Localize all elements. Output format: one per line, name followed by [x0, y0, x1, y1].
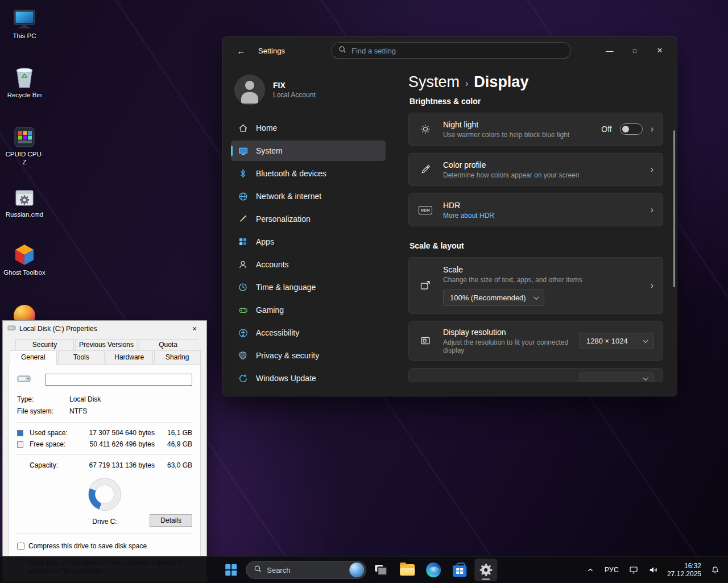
taskbar-search[interactable]: Search [246, 561, 366, 579]
resolution-dropdown[interactable]: 1280 × 1024 [580, 333, 653, 349]
edge-button[interactable] [422, 559, 445, 581]
scale-dropdown[interactable]: 100% (Recommended) [443, 290, 544, 306]
chevron-right-icon: › [651, 165, 653, 174]
start-button[interactable] [220, 559, 242, 581]
desktop-icon-russian-cmd[interactable]: Russian.cmd [3, 184, 46, 218]
notification-center-button[interactable] [707, 559, 723, 581]
apps-grid-icon [238, 237, 248, 247]
sidebar-item-label: Personalization [256, 214, 311, 224]
drive-label: Drive C: [92, 518, 117, 526]
search-input[interactable] [351, 47, 564, 55]
free-space-swatch [17, 441, 23, 448]
sidebar-item-privacy[interactable]: Privacy & security [231, 345, 386, 366]
used-space-size: 16,1 GB [158, 429, 192, 437]
night-light-card[interactable]: Night light Use warmer colors to help bl… [408, 113, 663, 146]
network-tray-button[interactable] [625, 559, 642, 581]
desktop-icon-label: Recycle Bin [7, 91, 42, 99]
sidebar-item-system[interactable]: System [231, 140, 386, 161]
user-profile[interactable]: FIX Local Account [234, 75, 386, 105]
sidebar-item-home[interactable]: Home [231, 118, 386, 138]
section-scale-layout: Scale & layout [410, 241, 663, 250]
tab-sharing[interactable]: Sharing [154, 350, 201, 364]
tab-quota[interactable]: Quota [139, 339, 197, 350]
sidebar-item-bluetooth[interactable]: Bluetooth & devices [231, 163, 386, 184]
color-profile-card[interactable]: Color profile Determine how colors appea… [408, 153, 663, 186]
tab-previous-versions[interactable]: Previous Versions [75, 339, 138, 350]
free-space-label: Free space: [30, 440, 78, 448]
display-resolution-card[interactable]: Display resolution Adjust the resolution… [408, 321, 663, 361]
compress-checkbox[interactable] [17, 543, 24, 550]
back-button[interactable]: ← [232, 42, 250, 60]
sidebar-item-label: Accessibility [256, 328, 299, 337]
sidebar-item-gaming[interactable]: Gaming [231, 300, 386, 320]
volume-label-input[interactable] [46, 374, 192, 386]
hdr-link[interactable]: More about HDR [443, 212, 644, 220]
dialog-title: Local Disk (C:) Properties [19, 325, 97, 333]
chevron-right-icon: › [651, 281, 653, 290]
hidden-icons-button[interactable] [582, 559, 598, 581]
sidebar-item-accessibility[interactable]: Accessibility [231, 322, 386, 343]
language-indicator[interactable]: РУС [601, 559, 623, 581]
used-space-swatch [17, 430, 23, 436]
bluetooth-icon [238, 168, 248, 179]
sidebar-item-network[interactable]: Network & internet [231, 186, 386, 206]
hdr-card[interactable]: HDR HDR More about HDR › [408, 193, 663, 226]
volume-tray-button[interactable] [644, 559, 661, 581]
settings-app-button[interactable] [474, 559, 497, 581]
settings-search-box[interactable] [331, 42, 571, 59]
color-profile-title: Color profile [443, 160, 644, 169]
hdr-title: HDR [443, 201, 644, 210]
capacity-label: Capacity: [30, 461, 78, 469]
partial-dropdown[interactable] [580, 373, 653, 382]
tab-hardware[interactable]: Hardware [106, 350, 153, 364]
globe-icon [238, 191, 248, 201]
microsoft-store-button[interactable] [448, 559, 471, 581]
sidebar-item-label: Network & internet [256, 192, 321, 201]
desktop-icon-label: Ghost Toolbox [3, 268, 45, 276]
night-light-state: Off [601, 125, 611, 134]
windows-logo-icon [225, 564, 237, 576]
used-space-label: Used space: [30, 429, 78, 437]
scale-card[interactable]: Scale Change the size of text, apps, and… [408, 257, 663, 314]
breadcrumb-root[interactable]: System [408, 73, 460, 91]
search-icon [338, 46, 346, 56]
desktop-icon-this-pc[interactable]: This PC [3, 6, 46, 40]
tab-security[interactable]: Security [15, 339, 74, 350]
dialog-close-icon[interactable]: × [183, 321, 206, 337]
tab-general[interactable]: General [10, 350, 57, 365]
scale-icon [418, 280, 433, 291]
sidebar-item-label: Apps [256, 237, 274, 246]
desktop-icon-ghost-toolbox[interactable]: Ghost Toolbox [3, 242, 46, 276]
close-button[interactable]: × [647, 37, 672, 64]
sidebar-item-windows-update[interactable]: Windows Update [231, 368, 386, 388]
clock[interactable]: 16:32 27.12.2025 [664, 562, 705, 578]
task-view-button[interactable] [370, 559, 392, 581]
sidebar-item-apps[interactable]: Apps [231, 231, 386, 252]
disk-usage-pie-chart [88, 478, 121, 511]
file-explorer-button[interactable] [396, 559, 419, 581]
dialog-tabs: Security Previous Versions Quota General… [10, 339, 201, 364]
details-button[interactable]: Details [150, 514, 192, 527]
desktop-icon-label: CPUID CPU-Z [3, 150, 46, 166]
file-system-value: NTFS [69, 407, 87, 416]
tab-tools[interactable]: Tools [58, 350, 105, 364]
sidebar-item-time-language[interactable]: Time & language [231, 277, 386, 297]
partial-card[interactable] [408, 368, 663, 382]
properties-dialog: Local Disk (C:) Properties × Security Pr… [2, 320, 207, 582]
gear-icon [479, 563, 493, 577]
night-light-toggle[interactable] [620, 123, 643, 135]
desktop-icon-recycle-bin[interactable]: Recycle Bin [3, 65, 46, 99]
desktop-icon-cpu-z[interactable]: CPUID CPU-Z [3, 124, 46, 166]
scrollbar-thumb[interactable] [673, 130, 675, 287]
type-value: Local Disk [69, 395, 101, 404]
type-row: Type: Local Disk [16, 394, 193, 406]
sidebar-item-accounts[interactable]: Accounts [231, 254, 386, 275]
section-brightness-color: Brightness & color [410, 97, 663, 106]
type-label: Type: [17, 395, 69, 404]
maximize-button[interactable]: □ [622, 37, 647, 64]
sidebar-item-personalization[interactable]: Personalization [231, 209, 386, 229]
scale-title: Scale [443, 265, 644, 274]
minimize-button[interactable]: — [597, 37, 622, 64]
clock-icon [238, 282, 248, 292]
dialog-titlebar: Local Disk (C:) Properties × [3, 321, 206, 337]
